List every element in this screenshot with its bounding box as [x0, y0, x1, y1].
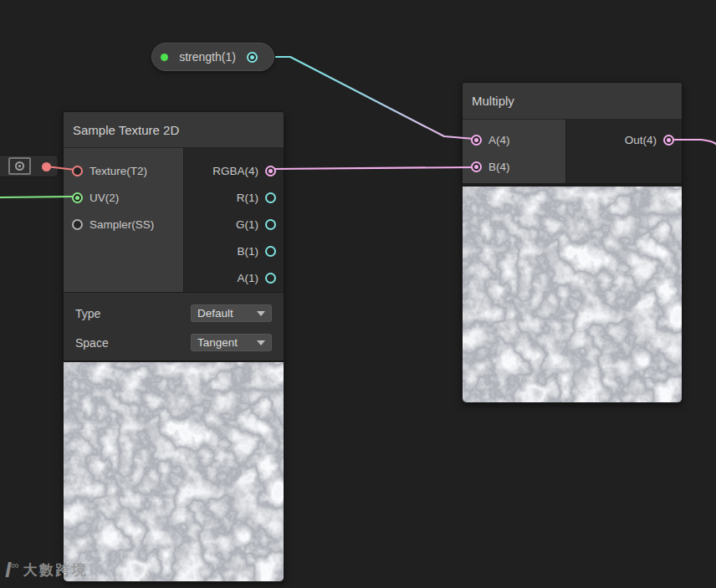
- watermark-logo-sup: ∞: [11, 560, 18, 570]
- node-controls-section: Type Default Space Tangent: [64, 292, 284, 360]
- node-body: Texture(T2) UV(2) Sampler(SS) RGBA(4) R(…: [64, 148, 284, 292]
- g-output-port[interactable]: [265, 219, 276, 230]
- port-row-a-input: A(4): [463, 126, 565, 153]
- node-title: Sample Texture 2D: [73, 123, 179, 137]
- texture-input-port[interactable]: [72, 166, 83, 176]
- port-row-g: G(1): [184, 211, 284, 238]
- input-ports-column: Texture(T2) UV(2) Sampler(SS): [64, 148, 184, 292]
- node-preview-toggle-button[interactable]: [8, 157, 31, 175]
- b-output-label: B(1): [237, 245, 258, 258]
- edge-strength-to-a[interactable]: [276, 57, 474, 139]
- texture-asset-output-port[interactable]: [42, 162, 51, 171]
- strength-property-node[interactable]: strength(1): [151, 43, 274, 71]
- port-row-r: R(1): [184, 184, 284, 211]
- sample-texture-2d-node[interactable]: Sample Texture 2D Texture(T2) UV(2) Samp…: [63, 111, 284, 582]
- node-header[interactable]: Multiply: [463, 83, 682, 120]
- b-output-port[interactable]: [265, 246, 276, 257]
- space-dropdown[interactable]: Tangent: [191, 334, 272, 351]
- watermark-text: 大數跨境: [23, 562, 89, 579]
- uv-input-label: UV(2): [90, 192, 119, 204]
- exposed-property-dot-icon: [161, 54, 168, 61]
- port-row-a: A(1): [184, 264, 284, 291]
- strength-output-port[interactable]: [247, 52, 258, 63]
- out-output-port[interactable]: [663, 135, 674, 146]
- offscreen-texture-asset-node[interactable]: [0, 155, 59, 177]
- chevron-down-icon: [257, 311, 265, 316]
- sampler-input-port[interactable]: [72, 219, 83, 230]
- a-input-port[interactable]: [471, 135, 482, 146]
- texture-input-label: Texture(T2): [90, 165, 147, 177]
- port-row-rgba: RGBA(4): [184, 157, 284, 184]
- shader-graph-canvas[interactable]: strength(1) Sample Texture 2D Texture(T2…: [0, 0, 716, 588]
- type-control-row: Type Default: [75, 299, 272, 328]
- node-body: A(4) B(4) Out(4): [463, 120, 682, 183]
- r-output-label: R(1): [237, 192, 258, 204]
- r-output-port[interactable]: [265, 192, 276, 203]
- port-row-b: B(1): [184, 238, 284, 264]
- space-dropdown-value: Tangent: [197, 336, 257, 349]
- a-output-label: A(1): [237, 272, 258, 284]
- input-ports-column: A(4) B(4): [463, 120, 566, 183]
- space-control-row: Space Tangent: [75, 328, 272, 357]
- type-dropdown-value: Default: [197, 307, 257, 320]
- a-output-port[interactable]: [265, 273, 276, 284]
- port-row-texture: Texture(T2): [64, 157, 183, 184]
- port-row-out: Out(4): [566, 126, 682, 153]
- port-row-uv: UV(2): [64, 184, 183, 211]
- output-ports-column: Out(4): [566, 120, 682, 183]
- edge-rgba-to-b[interactable]: [272, 167, 474, 169]
- strength-property-label: strength(1): [168, 50, 247, 64]
- uv-input-port[interactable]: [72, 192, 83, 203]
- a-input-label: A(4): [488, 134, 510, 146]
- g-output-label: G(1): [236, 218, 258, 231]
- node-title: Multiply: [472, 94, 514, 108]
- target-icon: [15, 161, 24, 171]
- space-label: Space: [75, 336, 191, 350]
- edge-uv-input[interactable]: [0, 197, 73, 197]
- multiply-node[interactable]: Multiply A(4) B(4) Out(4): [462, 82, 683, 403]
- rgba-output-port[interactable]: [265, 166, 276, 176]
- b-input-label: B(4): [488, 161, 510, 173]
- rgba-output-label: RGBA(4): [212, 165, 258, 177]
- b-input-port[interactable]: [471, 161, 482, 172]
- texture-preview: [463, 183, 682, 402]
- texture-preview: [64, 360, 284, 581]
- out-output-label: Out(4): [625, 134, 657, 146]
- port-row-b-input: B(4): [463, 153, 565, 180]
- watermark: Ɩ ∞ 大數跨境: [5, 560, 89, 579]
- sampler-input-label: Sampler(SS): [90, 218, 154, 231]
- node-header[interactable]: Sample Texture 2D: [64, 112, 284, 148]
- type-dropdown[interactable]: Default: [191, 304, 272, 322]
- output-ports-column: RGBA(4) R(1) G(1) B(1) A(1): [184, 148, 284, 292]
- chevron-down-icon: [257, 340, 265, 345]
- type-label: Type: [75, 307, 191, 320]
- watermark-logo-icon: Ɩ: [5, 560, 11, 579]
- port-row-sampler: Sampler(SS): [64, 211, 183, 238]
